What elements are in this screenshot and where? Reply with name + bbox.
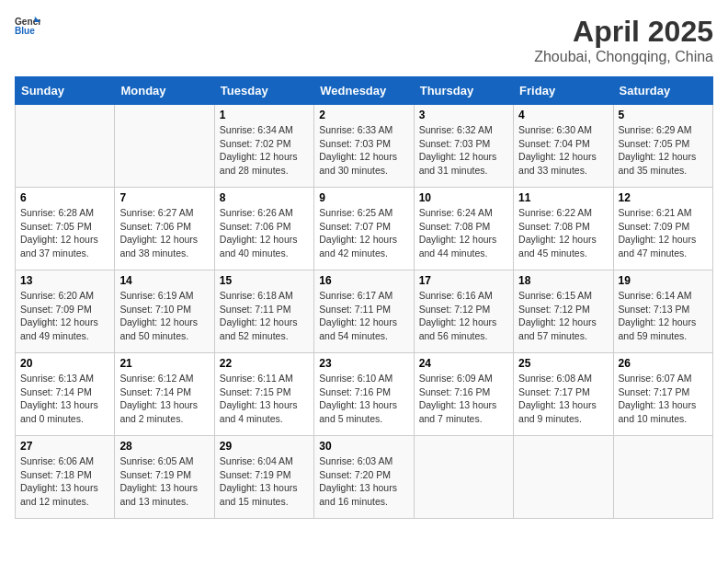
day-number: 16 bbox=[319, 274, 408, 287]
day-number: 13 bbox=[20, 274, 109, 287]
calendar-cell: 2Sunrise: 6:33 AM Sunset: 7:03 PM Daylig… bbox=[314, 105, 414, 188]
day-detail: Sunrise: 6:22 AM Sunset: 7:08 PM Dayligh… bbox=[518, 206, 608, 260]
day-number: 15 bbox=[220, 274, 309, 287]
day-number: 27 bbox=[20, 440, 109, 453]
calendar-cell: 13Sunrise: 6:20 AM Sunset: 7:09 PM Dayli… bbox=[16, 270, 115, 353]
day-number: 18 bbox=[518, 274, 608, 287]
calendar-cell: 19Sunrise: 6:14 AM Sunset: 7:13 PM Dayli… bbox=[613, 270, 712, 353]
generalblue-logo-icon: General Blue bbox=[15, 15, 40, 37]
day-number: 25 bbox=[518, 357, 608, 370]
day-number: 17 bbox=[419, 274, 508, 287]
calendar-week-row: 1Sunrise: 6:34 AM Sunset: 7:02 PM Daylig… bbox=[16, 105, 713, 188]
day-number: 14 bbox=[119, 274, 209, 287]
day-header-saturday: Saturday bbox=[613, 77, 712, 105]
calendar-week-row: 27Sunrise: 6:06 AM Sunset: 7:18 PM Dayli… bbox=[16, 436, 713, 519]
calendar-subtitle: Zhoubai, Chongqing, China bbox=[534, 49, 713, 65]
day-number: 20 bbox=[20, 357, 109, 370]
day-detail: Sunrise: 6:28 AM Sunset: 7:05 PM Dayligh… bbox=[20, 206, 109, 260]
day-detail: Sunrise: 6:05 AM Sunset: 7:19 PM Dayligh… bbox=[119, 454, 209, 509]
day-detail: Sunrise: 6:30 AM Sunset: 7:04 PM Dayligh… bbox=[518, 123, 608, 178]
calendar-cell: 3Sunrise: 6:32 AM Sunset: 7:03 PM Daylig… bbox=[414, 105, 513, 188]
calendar-cell: 1Sunrise: 6:34 AM Sunset: 7:02 PM Daylig… bbox=[214, 105, 313, 188]
day-number: 10 bbox=[419, 191, 508, 204]
day-number: 29 bbox=[220, 440, 309, 453]
day-number: 5 bbox=[619, 109, 708, 121]
day-number: 8 bbox=[220, 191, 309, 204]
day-number: 24 bbox=[419, 357, 508, 370]
day-detail: Sunrise: 6:32 AM Sunset: 7:03 PM Dayligh… bbox=[419, 123, 508, 178]
title-area: April 2025 Zhoubai, Chongqing, China bbox=[534, 15, 713, 65]
day-detail: Sunrise: 6:06 AM Sunset: 7:18 PM Dayligh… bbox=[20, 454, 109, 509]
calendar-cell: 30Sunrise: 6:03 AM Sunset: 7:20 PM Dayli… bbox=[314, 436, 414, 519]
day-number: 6 bbox=[20, 191, 109, 204]
day-number: 3 bbox=[419, 109, 508, 121]
svg-text:Blue: Blue bbox=[15, 26, 35, 36]
calendar-cell bbox=[115, 105, 214, 188]
day-detail: Sunrise: 6:12 AM Sunset: 7:14 PM Dayligh… bbox=[119, 372, 209, 426]
day-detail: Sunrise: 6:16 AM Sunset: 7:12 PM Dayligh… bbox=[419, 289, 508, 343]
calendar-cell: 28Sunrise: 6:05 AM Sunset: 7:19 PM Dayli… bbox=[115, 436, 214, 519]
day-detail: Sunrise: 6:17 AM Sunset: 7:11 PM Dayligh… bbox=[319, 289, 408, 343]
calendar-title: April 2025 bbox=[534, 15, 713, 49]
calendar-cell: 6Sunrise: 6:28 AM Sunset: 7:05 PM Daylig… bbox=[16, 188, 115, 270]
calendar-cell: 15Sunrise: 6:18 AM Sunset: 7:11 PM Dayli… bbox=[214, 270, 313, 353]
day-detail: Sunrise: 6:29 AM Sunset: 7:05 PM Dayligh… bbox=[619, 123, 708, 178]
calendar-cell: 20Sunrise: 6:13 AM Sunset: 7:14 PM Dayli… bbox=[16, 353, 115, 436]
calendar-cell: 24Sunrise: 6:09 AM Sunset: 7:16 PM Dayli… bbox=[414, 353, 513, 436]
calendar-cell: 29Sunrise: 6:04 AM Sunset: 7:19 PM Dayli… bbox=[214, 436, 313, 519]
calendar-cell: 4Sunrise: 6:30 AM Sunset: 7:04 PM Daylig… bbox=[514, 105, 613, 188]
day-detail: Sunrise: 6:33 AM Sunset: 7:03 PM Dayligh… bbox=[319, 123, 408, 178]
day-number: 23 bbox=[319, 357, 408, 370]
day-detail: Sunrise: 6:34 AM Sunset: 7:02 PM Dayligh… bbox=[220, 123, 309, 178]
calendar-cell bbox=[613, 436, 712, 519]
day-header-monday: Monday bbox=[115, 77, 214, 105]
calendar-cell: 27Sunrise: 6:06 AM Sunset: 7:18 PM Dayli… bbox=[16, 436, 115, 519]
calendar-cell: 12Sunrise: 6:21 AM Sunset: 7:09 PM Dayli… bbox=[613, 188, 712, 270]
day-detail: Sunrise: 6:15 AM Sunset: 7:12 PM Dayligh… bbox=[518, 289, 608, 343]
day-header-tuesday: Tuesday bbox=[214, 77, 313, 105]
calendar-cell: 10Sunrise: 6:24 AM Sunset: 7:08 PM Dayli… bbox=[414, 188, 513, 270]
calendar-cell bbox=[16, 105, 115, 188]
day-detail: Sunrise: 6:21 AM Sunset: 7:09 PM Dayligh… bbox=[619, 206, 708, 260]
day-detail: Sunrise: 6:07 AM Sunset: 7:17 PM Dayligh… bbox=[619, 372, 708, 426]
day-number: 30 bbox=[319, 440, 408, 453]
day-detail: Sunrise: 6:10 AM Sunset: 7:16 PM Dayligh… bbox=[319, 372, 408, 426]
calendar-cell: 5Sunrise: 6:29 AM Sunset: 7:05 PM Daylig… bbox=[613, 105, 712, 188]
calendar-header-row: SundayMondayTuesdayWednesdayThursdayFrid… bbox=[16, 77, 713, 105]
day-header-wednesday: Wednesday bbox=[314, 77, 414, 105]
day-number: 2 bbox=[319, 109, 408, 121]
calendar-cell: 16Sunrise: 6:17 AM Sunset: 7:11 PM Dayli… bbox=[314, 270, 414, 353]
calendar-week-row: 13Sunrise: 6:20 AM Sunset: 7:09 PM Dayli… bbox=[16, 270, 713, 353]
day-detail: Sunrise: 6:04 AM Sunset: 7:19 PM Dayligh… bbox=[220, 454, 309, 509]
calendar-cell: 17Sunrise: 6:16 AM Sunset: 7:12 PM Dayli… bbox=[414, 270, 513, 353]
calendar-cell: 26Sunrise: 6:07 AM Sunset: 7:17 PM Dayli… bbox=[613, 353, 712, 436]
day-number: 19 bbox=[619, 274, 708, 287]
calendar-week-row: 6Sunrise: 6:28 AM Sunset: 7:05 PM Daylig… bbox=[16, 188, 713, 270]
calendar-cell: 9Sunrise: 6:25 AM Sunset: 7:07 PM Daylig… bbox=[314, 188, 414, 270]
calendar-cell bbox=[514, 436, 613, 519]
calendar-cell: 8Sunrise: 6:26 AM Sunset: 7:06 PM Daylig… bbox=[214, 188, 313, 270]
day-number: 26 bbox=[619, 357, 708, 370]
day-detail: Sunrise: 6:19 AM Sunset: 7:10 PM Dayligh… bbox=[119, 289, 209, 343]
day-detail: Sunrise: 6:14 AM Sunset: 7:13 PM Dayligh… bbox=[619, 289, 708, 343]
day-detail: Sunrise: 6:18 AM Sunset: 7:11 PM Dayligh… bbox=[220, 289, 309, 343]
day-number: 1 bbox=[220, 109, 309, 121]
day-number: 11 bbox=[518, 191, 608, 204]
day-number: 7 bbox=[119, 191, 209, 204]
day-detail: Sunrise: 6:13 AM Sunset: 7:14 PM Dayligh… bbox=[20, 372, 109, 426]
day-detail: Sunrise: 6:27 AM Sunset: 7:06 PM Dayligh… bbox=[119, 206, 209, 260]
day-detail: Sunrise: 6:26 AM Sunset: 7:06 PM Dayligh… bbox=[220, 206, 309, 260]
header: General Blue April 2025 Zhoubai, Chongqi… bbox=[15, 15, 713, 65]
calendar-cell bbox=[414, 436, 513, 519]
calendar-cell: 14Sunrise: 6:19 AM Sunset: 7:10 PM Dayli… bbox=[115, 270, 214, 353]
calendar-cell: 21Sunrise: 6:12 AM Sunset: 7:14 PM Dayli… bbox=[115, 353, 214, 436]
day-number: 9 bbox=[319, 191, 408, 204]
day-number: 21 bbox=[119, 357, 209, 370]
day-header-friday: Friday bbox=[514, 77, 613, 105]
day-detail: Sunrise: 6:20 AM Sunset: 7:09 PM Dayligh… bbox=[20, 289, 109, 343]
day-detail: Sunrise: 6:03 AM Sunset: 7:20 PM Dayligh… bbox=[319, 454, 408, 509]
calendar-table: SundayMondayTuesdayWednesdayThursdayFrid… bbox=[15, 76, 713, 519]
calendar-cell: 25Sunrise: 6:08 AM Sunset: 7:17 PM Dayli… bbox=[514, 353, 613, 436]
day-number: 12 bbox=[619, 191, 708, 204]
day-detail: Sunrise: 6:08 AM Sunset: 7:17 PM Dayligh… bbox=[518, 372, 608, 426]
